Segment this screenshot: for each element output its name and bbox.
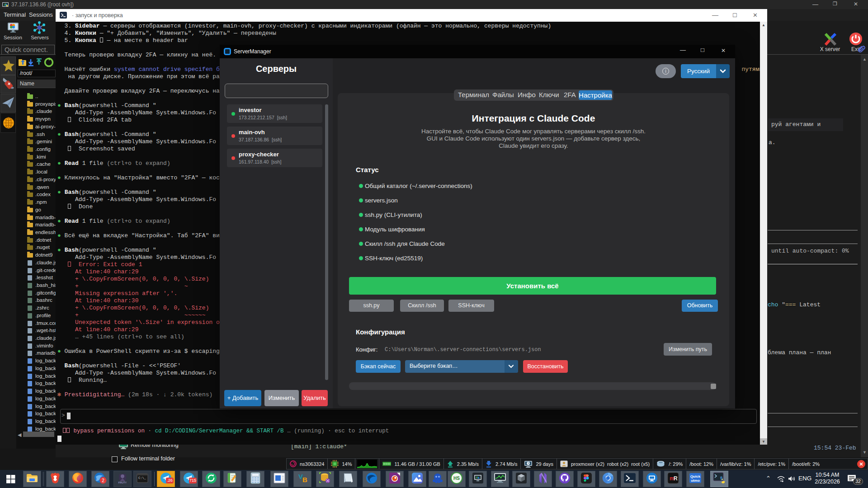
svg-text:2: 2 [102, 478, 104, 483]
svg-text:C:\_: C:\_ [138, 476, 146, 480]
svg-text:FRUTY: FRUTY [118, 481, 127, 484]
svg-text:R: R [674, 475, 678, 482]
svg-text:HS: HS [453, 476, 460, 481]
svg-text:utmo: utmo [691, 479, 700, 483]
svg-text:B: B [302, 476, 307, 483]
svg-text:Quick: Quick [690, 474, 701, 479]
